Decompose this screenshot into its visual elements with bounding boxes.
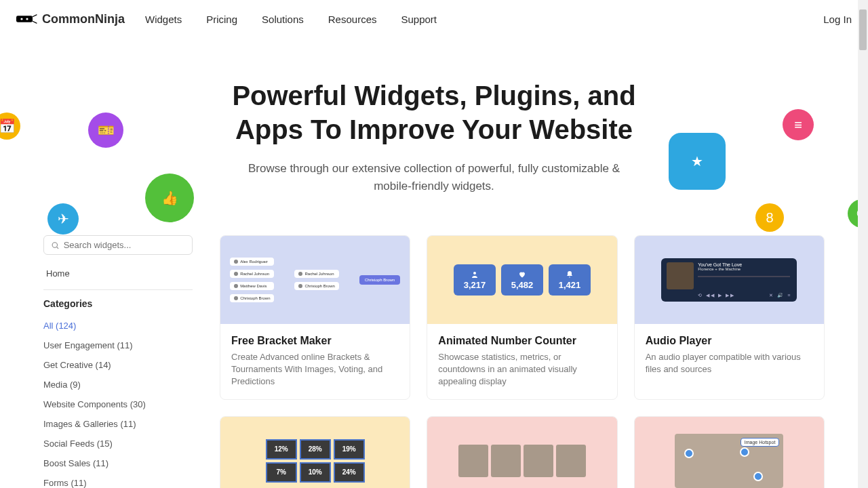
svg-point-4 — [473, 272, 476, 274]
search-input[interactable] — [64, 240, 185, 250]
main-content: Home Categories All (124) User Engagemen… — [0, 235, 868, 488]
card-desc: An audio player compatible with various … — [646, 351, 813, 375]
card-preview: Alex Rodriguez Rachel Johnson Matthew Da… — [220, 236, 410, 324]
bell-icon — [566, 270, 574, 279]
card-preview: 12% 28% 19% 7% 10% 24% — [220, 417, 410, 488]
card-preview: Image Hotspot — [635, 417, 824, 488]
card-title: Free Bracket Maker — [231, 335, 399, 347]
hero-section: Powerful Widgets, Plugins, and Apps To I… — [0, 38, 868, 235]
card-audio-player[interactable]: You've Got The LoveFlorence + the Machin… — [634, 235, 825, 400]
nav-pricing[interactable]: Pricing — [206, 14, 237, 25]
category-forms[interactable]: Forms (11) — [43, 473, 193, 488]
card-title: Animated Number Counter — [438, 335, 606, 347]
calendar-icon: 📅 — [0, 113, 20, 140]
sidebar: Home Categories All (124) User Engagemen… — [43, 235, 193, 488]
svg-point-1 — [20, 18, 22, 20]
nav-support[interactable]: Support — [401, 14, 437, 25]
hero-title: Powerful Widgets, Plugins, and Apps To I… — [197, 79, 671, 146]
card-preview: 3,217 5,482 1,421 — [427, 236, 616, 324]
home-link[interactable]: Home — [43, 263, 193, 284]
categories-heading: Categories — [43, 298, 193, 309]
login-link[interactable]: Log In — [823, 14, 852, 25]
category-list: All (124) User Engagement (11) Get Creat… — [43, 316, 193, 488]
top-nav: CommonNinja Widgets Pricing Solutions Re… — [0, 0, 868, 38]
ninja-icon — [16, 14, 38, 24]
telegram-icon: ✈ — [47, 203, 79, 235]
category-all[interactable]: All (124) — [43, 316, 193, 336]
svg-point-3 — [52, 242, 57, 247]
category-user-engagement[interactable]: User Engagement (11) — [43, 336, 193, 355]
category-images-galleries[interactable]: Images & Galleries (11) — [43, 414, 193, 434]
card-row2-3[interactable]: Image Hotspot — [634, 416, 825, 488]
list-icon: ≡ — [783, 109, 814, 140]
card-desc: Create Advanced online Brackets & Tourna… — [231, 351, 399, 388]
card-preview — [427, 417, 616, 488]
card-preview: You've Got The LoveFlorence + the Machin… — [635, 236, 824, 324]
user-icon — [471, 270, 479, 279]
svg-rect-0 — [16, 16, 33, 22]
category-media[interactable]: Media (9) — [43, 375, 193, 394]
brand-name: CommonNinja — [42, 12, 125, 26]
card-row2-1[interactable]: 12% 28% 19% 7% 10% 24% — [220, 416, 410, 488]
category-website-components[interactable]: Website Components (30) — [43, 394, 193, 414]
search-box[interactable] — [43, 235, 193, 255]
card-bracket-maker[interactable]: Alex Rodriguez Rachel Johnson Matthew Da… — [220, 235, 410, 400]
heart-icon — [518, 270, 526, 279]
hero-subtitle: Browse through our extensive collection … — [248, 160, 620, 195]
card-desc: Showcase statistics, metrics, or countdo… — [438, 351, 606, 388]
widget-grid: Alex Rodriguez Rachel Johnson Matthew Da… — [220, 235, 825, 488]
card-number-counter[interactable]: 3,217 5,482 1,421 Animated Number Counte… — [427, 235, 617, 400]
category-boost-sales[interactable]: Boost Sales (11) — [43, 453, 193, 473]
scrollbar[interactable] — [858, 0, 868, 488]
cards-icon: ★ — [669, 133, 726, 190]
notification-icon: 8 — [755, 203, 784, 232]
nav-widgets[interactable]: Widgets — [145, 14, 182, 25]
divider — [43, 289, 193, 290]
thumbs-icon: 👍 — [145, 174, 194, 222]
category-get-creative[interactable]: Get Creative (14) — [43, 355, 193, 375]
card-row2-2[interactable] — [427, 416, 617, 488]
category-social-feeds[interactable]: Social Feeds (15) — [43, 434, 193, 453]
scrollbar-thumb[interactable] — [859, 9, 867, 50]
nav-solutions[interactable]: Solutions — [262, 14, 304, 25]
brand-logo[interactable]: CommonNinja — [16, 12, 125, 26]
nav-resources[interactable]: Resources — [328, 14, 377, 25]
ticket-icon: 🎫 — [88, 113, 123, 148]
card-title: Audio Player — [646, 335, 813, 347]
search-icon — [51, 241, 60, 250]
svg-point-2 — [26, 18, 28, 20]
